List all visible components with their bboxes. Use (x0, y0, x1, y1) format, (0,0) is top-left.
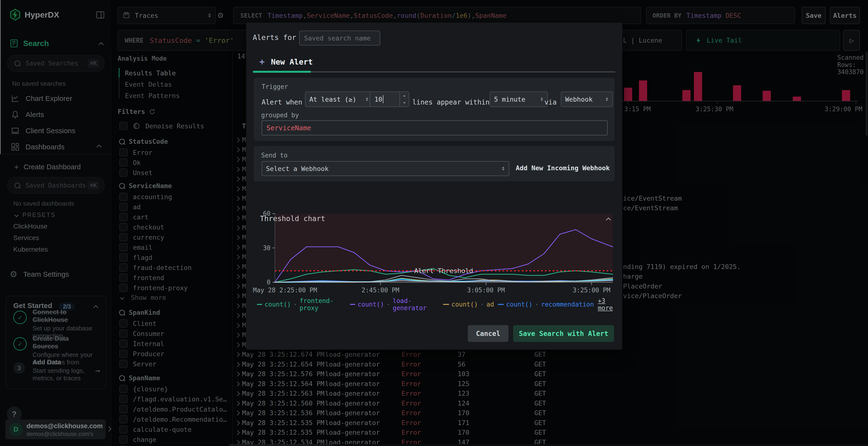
dialog-title: Alerts for (253, 33, 296, 42)
threshold-label: Alert Threshold (414, 267, 473, 275)
hyperdx-app: HyperDX Search Saved Searches ⌘K No save… (0, 0, 868, 446)
legend-dot: · (480, 301, 484, 308)
legend-more-link[interactable]: +3 more (598, 297, 622, 312)
threshold-count-input[interactable]: 10 (370, 92, 409, 107)
webhook-select-value: Select a Webhook (266, 165, 329, 172)
legend-series-name: recommendation (541, 301, 594, 308)
window-value: 5 minute (494, 96, 525, 103)
legend-dot: · (386, 301, 390, 308)
saved-search-name-input[interactable]: Saved search name (299, 31, 380, 45)
select-arrows-icon (502, 167, 504, 170)
legend-dot: · (535, 301, 539, 308)
lines-appear-label: lines appear within (412, 95, 490, 110)
y-tick-label: 60 (263, 210, 271, 217)
y-tick-label: 0 (267, 279, 271, 286)
select-arrows-icon (366, 97, 368, 101)
legend-metric: count() (265, 301, 291, 308)
x-tick-label: May 28 2:25:00 PM (253, 286, 317, 294)
x-tick-label: 3:25:00 PM (572, 286, 611, 294)
select-arrows-icon (606, 97, 608, 101)
window-select[interactable]: 5 minute (490, 92, 548, 107)
legend-metric: count() (358, 301, 384, 308)
legend-dot: · (293, 301, 297, 308)
legend-series-name: ad (486, 301, 494, 308)
legend-swatch (257, 304, 262, 305)
number-spinner[interactable] (400, 92, 409, 106)
grouped-by-input[interactable]: ServiceName (261, 121, 608, 135)
legend-swatch (350, 304, 355, 305)
chart-legend: count()·frontend-proxycount()·load-gener… (257, 297, 622, 312)
saved-search-name-placeholder: Saved search name (304, 34, 371, 42)
legend-item-frontend-proxy[interactable]: count()·frontend-proxy (257, 297, 346, 312)
legend-swatch (443, 304, 449, 305)
trigger-label: Trigger (261, 83, 288, 90)
legend-metric: count() (452, 301, 478, 308)
text-cursor (383, 95, 383, 103)
legend-item-recommendation[interactable]: count()·recommendation (498, 301, 594, 308)
webhook-select[interactable]: Select a Webhook (261, 161, 509, 176)
y-tick-label: 30 (263, 244, 271, 252)
send-to-label: Send to (261, 152, 288, 159)
save-search-with-alert-button[interactable]: Save Search with Alert (513, 325, 614, 342)
legend-swatch (498, 304, 504, 305)
threshold-chart: 03060May 28 2:25:00 PM2:45:00 PM3:05:00 … (251, 210, 618, 295)
active-tab-underline (253, 71, 311, 73)
channel-value: Webhook (565, 96, 593, 103)
legend-item-ad[interactable]: count()·ad (443, 301, 494, 308)
alert-when-label: Alert when (261, 95, 302, 110)
x-tick-label: 3:05:00 PM (467, 286, 505, 294)
x-tick-label: 2:45:00 PM (362, 286, 400, 294)
alert-dialog: Alerts for Saved search name + New Alert… (246, 23, 622, 350)
tab-underline-track (311, 71, 615, 72)
legend-series-name: frontend-proxy (300, 297, 346, 312)
via-label: via (545, 95, 557, 110)
legend-metric: count() (506, 301, 533, 308)
condition-select[interactable]: At least (≥) (305, 92, 373, 107)
add-webhook-link[interactable]: Add New Incoming Webhook (516, 161, 610, 175)
threshold-count-value: 10 (374, 95, 383, 103)
alert-region (275, 214, 613, 271)
legend-series-name: load-generator (393, 297, 439, 312)
grouped-by-value: ServiceName (267, 124, 311, 132)
new-alert-tab-label: New Alert (271, 57, 313, 66)
legend-item-load-generator[interactable]: count()·load-generator (350, 297, 439, 312)
channel-select[interactable]: Webhook (561, 92, 613, 107)
send-to-panel: Send to Select a Webhook Add New Incomin… (254, 146, 615, 181)
cancel-button[interactable]: Cancel (468, 325, 508, 342)
tab-new-alert[interactable]: + New Alert (259, 57, 313, 67)
select-arrows-icon (540, 97, 543, 101)
grouped-by-label: grouped by (261, 111, 299, 119)
condition-value: At least (≥) (309, 96, 356, 103)
plus-icon: + (259, 57, 265, 67)
trigger-panel: Trigger Alert when At least (≥) 10 lines… (254, 78, 615, 141)
